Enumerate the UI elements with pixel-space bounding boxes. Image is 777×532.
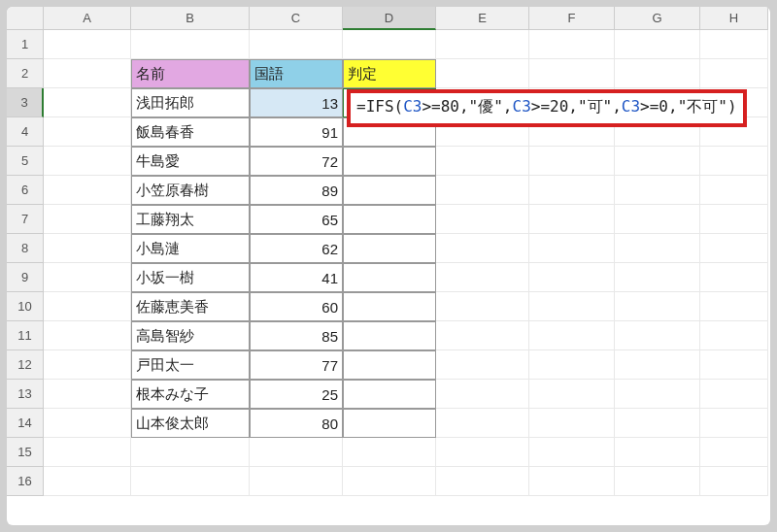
select-all-corner[interactable] <box>7 7 44 30</box>
cell-H10[interactable] <box>700 292 768 321</box>
cell-H6[interactable] <box>700 176 768 205</box>
cell-C10[interactable]: 60 <box>250 292 343 321</box>
cell-B11[interactable]: 高島智紗 <box>131 321 250 350</box>
col-header-E[interactable]: E <box>436 7 529 30</box>
row-header-15[interactable]: 15 <box>7 438 44 467</box>
cell-C7[interactable]: 65 <box>250 205 343 234</box>
row-header-3[interactable]: 3 <box>7 88 44 117</box>
cell-B1[interactable] <box>131 30 250 59</box>
cell-A16[interactable] <box>44 467 131 496</box>
cell-E15[interactable] <box>436 438 529 467</box>
cell-G14[interactable] <box>615 409 700 438</box>
cell-D16[interactable] <box>343 467 436 496</box>
cell-H1[interactable] <box>700 30 768 59</box>
row-header-14[interactable]: 14 <box>7 409 44 438</box>
cell-B16[interactable] <box>131 467 250 496</box>
cell-C12[interactable]: 77 <box>250 350 343 380</box>
cell-H13[interactable] <box>700 380 768 409</box>
cell-C3[interactable]: 13 <box>250 88 343 117</box>
cell-A12[interactable] <box>44 350 131 380</box>
cell-F14[interactable] <box>529 409 615 438</box>
cell-H12[interactable] <box>700 350 768 380</box>
cell-H5[interactable] <box>700 147 768 176</box>
cell-H15[interactable] <box>700 438 768 467</box>
row-header-12[interactable]: 12 <box>7 350 44 380</box>
cell-G2[interactable] <box>615 59 700 88</box>
cell-E12[interactable] <box>436 350 529 380</box>
cell-F9[interactable] <box>529 263 615 292</box>
cell-E5[interactable] <box>436 147 529 176</box>
cell-B14[interactable]: 山本俊太郎 <box>131 409 250 438</box>
cell-F16[interactable] <box>529 467 615 496</box>
cell-B3[interactable]: 浅田拓郎 <box>131 88 250 117</box>
cell-G1[interactable] <box>615 30 700 59</box>
cell-A4[interactable] <box>44 117 131 147</box>
cell-E13[interactable] <box>436 380 529 409</box>
cell-C14[interactable]: 80 <box>250 409 343 438</box>
row-header-7[interactable]: 7 <box>7 205 44 234</box>
cell-D10[interactable] <box>343 292 436 321</box>
cell-A6[interactable] <box>44 176 131 205</box>
cell-C15[interactable] <box>250 438 343 467</box>
cell-E8[interactable] <box>436 234 529 263</box>
cell-A9[interactable] <box>44 263 131 292</box>
cell-D11[interactable] <box>343 321 436 350</box>
col-header-C[interactable]: C <box>250 7 343 30</box>
cell-B10[interactable]: 佐藤恵美香 <box>131 292 250 321</box>
cell-G16[interactable] <box>615 467 700 496</box>
row-header-9[interactable]: 9 <box>7 263 44 292</box>
cell-B9[interactable]: 小坂一樹 <box>131 263 250 292</box>
row-header-16[interactable]: 16 <box>7 467 44 496</box>
cell-H8[interactable] <box>700 234 768 263</box>
col-header-H[interactable]: H <box>700 7 768 30</box>
cell-G7[interactable] <box>615 205 700 234</box>
row-header-11[interactable]: 11 <box>7 321 44 350</box>
col-header-G[interactable]: G <box>615 7 700 30</box>
cell-F12[interactable] <box>529 350 615 380</box>
cell-B15[interactable] <box>131 438 250 467</box>
cell-A2[interactable] <box>44 59 131 88</box>
cell-B7[interactable]: 工藤翔太 <box>131 205 250 234</box>
cell-C11[interactable]: 85 <box>250 321 343 350</box>
cell-E7[interactable] <box>436 205 529 234</box>
header-score[interactable]: 国語 <box>250 59 343 88</box>
cell-A7[interactable] <box>44 205 131 234</box>
cell-B12[interactable]: 戸田太一 <box>131 350 250 380</box>
header-name[interactable]: 名前 <box>131 59 250 88</box>
cell-F13[interactable] <box>529 380 615 409</box>
cell-D9[interactable] <box>343 263 436 292</box>
cell-F5[interactable] <box>529 147 615 176</box>
cell-H9[interactable] <box>700 263 768 292</box>
cell-E10[interactable] <box>436 292 529 321</box>
col-header-A[interactable]: A <box>44 7 131 30</box>
cell-G15[interactable] <box>615 438 700 467</box>
cell-G10[interactable] <box>615 292 700 321</box>
cell-F1[interactable] <box>529 30 615 59</box>
cell-D1[interactable] <box>343 30 436 59</box>
cell-H16[interactable] <box>700 467 768 496</box>
cell-H11[interactable] <box>700 321 768 350</box>
cell-G13[interactable] <box>615 380 700 409</box>
cell-G8[interactable] <box>615 234 700 263</box>
cell-H2[interactable] <box>700 59 768 88</box>
col-header-F[interactable]: F <box>529 7 615 30</box>
col-header-D[interactable]: D <box>343 7 436 30</box>
cell-G6[interactable] <box>615 176 700 205</box>
cell-D6[interactable] <box>343 176 436 205</box>
row-header-1[interactable]: 1 <box>7 30 44 59</box>
cell-D5[interactable] <box>343 147 436 176</box>
cell-G11[interactable] <box>615 321 700 350</box>
cell-D8[interactable] <box>343 234 436 263</box>
col-header-B[interactable]: B <box>131 7 250 30</box>
cell-D7[interactable] <box>343 205 436 234</box>
cell-F11[interactable] <box>529 321 615 350</box>
cell-D14[interactable] <box>343 409 436 438</box>
cell-F7[interactable] <box>529 205 615 234</box>
cell-F10[interactable] <box>529 292 615 321</box>
cell-A14[interactable] <box>44 409 131 438</box>
row-header-10[interactable]: 10 <box>7 292 44 321</box>
row-header-4[interactable]: 4 <box>7 117 44 147</box>
cell-A11[interactable] <box>44 321 131 350</box>
cell-F2[interactable] <box>529 59 615 88</box>
cell-E2[interactable] <box>436 59 529 88</box>
